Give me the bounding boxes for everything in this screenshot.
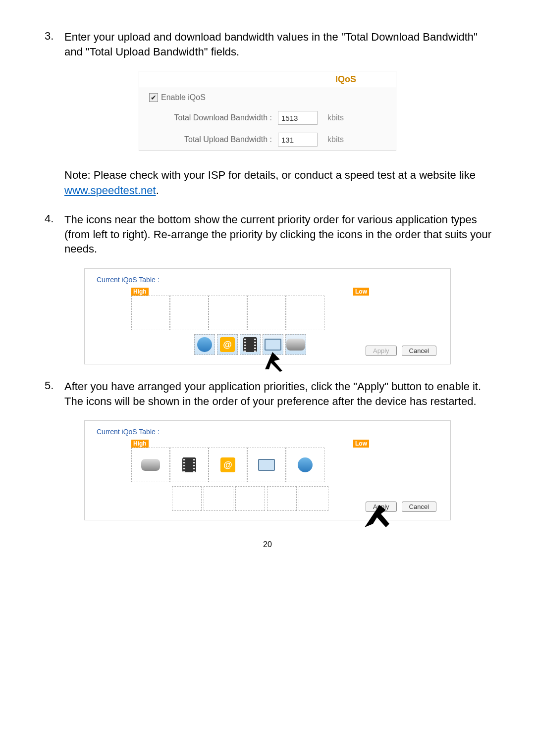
priority-slot[interactable] <box>131 448 170 482</box>
cancel-button[interactable]: Cancel <box>402 502 436 512</box>
step-text: Enter your upload and download bandwidth… <box>64 30 495 59</box>
svg-marker-0 <box>265 352 282 372</box>
page-number: 20 <box>40 540 495 549</box>
enable-iqos-row[interactable]: ✔ Enable iQoS <box>139 88 396 107</box>
table-label: Current iQoS Table : <box>97 276 416 284</box>
step-3: 3. Enter your upload and download bandwi… <box>40 30 495 59</box>
priority-slot[interactable]: @ <box>209 448 247 482</box>
step-text: After you have arranged your application… <box>64 379 495 408</box>
game-icon <box>141 459 160 471</box>
iqos-title: iQoS <box>335 74 356 85</box>
icon-tray-empty <box>131 486 369 511</box>
priority-slot[interactable] <box>286 448 324 482</box>
priority-row: High Low @ <box>131 440 369 511</box>
globe-icon <box>298 457 313 472</box>
low-label: Low <box>353 440 369 448</box>
arrow-icon <box>260 347 285 372</box>
iqos-header: iQoS <box>139 71 396 88</box>
download-bandwidth-row: Total Download Bandwidth : kbits <box>139 107 396 129</box>
step-number: 4. <box>40 212 64 256</box>
iqos-figure: iQoS ✔ Enable iQoS Total Download Bandwi… <box>40 71 495 151</box>
upload-input[interactable] <box>278 133 318 147</box>
at-icon[interactable]: @ <box>217 334 238 355</box>
priority-slots-filled: @ <box>131 448 369 482</box>
upload-label: Total Upload Bandwidth : <box>149 135 278 144</box>
iqos-panel: iQoS ✔ Enable iQoS Total Download Bandwi… <box>139 71 396 151</box>
note-prefix: Note: Please check with your ISP for det… <box>64 169 476 181</box>
priority-row: High Low @ <box>131 288 369 355</box>
step-number: 5. <box>40 379 64 408</box>
note-paragraph: Note: Please check with your ISP for det… <box>64 168 495 199</box>
enable-iqos-checkbox[interactable]: ✔ <box>149 93 158 102</box>
priority-slot[interactable] <box>131 296 170 330</box>
step-number: 3. <box>40 30 64 59</box>
step-5: 5. After you have arranged your applicat… <box>40 379 495 408</box>
download-unit: kbits <box>327 113 344 122</box>
note-suffix: . <box>156 184 159 197</box>
priority-slot[interactable] <box>170 448 209 482</box>
iqos-table-after: Current iQoS Table : High Low @ Apply Ca… <box>84 420 451 520</box>
empty-slot[interactable] <box>299 486 328 511</box>
globe-icon[interactable] <box>194 334 215 355</box>
at-icon: @ <box>220 457 235 472</box>
priority-labels: High Low <box>131 440 369 448</box>
empty-slot[interactable] <box>172 486 202 511</box>
film-icon[interactable] <box>240 334 261 355</box>
high-label: High <box>131 288 149 296</box>
download-label: Total Download Bandwidth : <box>149 113 278 122</box>
step-4: 4. The icons near the bottom show the cu… <box>40 212 495 256</box>
upload-bandwidth-row: Total Upload Bandwidth : kbits <box>139 129 396 151</box>
priority-slots <box>131 296 369 330</box>
priority-labels: High Low <box>131 288 369 296</box>
priority-slot[interactable] <box>286 296 324 330</box>
apply-button[interactable]: Apply <box>366 346 397 356</box>
low-label: Low <box>353 288 369 296</box>
speedtest-link[interactable]: www.speedtest.net <box>64 184 156 197</box>
button-row: Apply Cancel <box>366 346 436 356</box>
table-label: Current iQoS Table : <box>97 428 416 436</box>
icon-tray: @ <box>131 334 369 355</box>
empty-slot[interactable] <box>204 486 233 511</box>
upload-unit: kbits <box>327 135 344 144</box>
priority-slot[interactable] <box>170 296 209 330</box>
pc-icon <box>258 459 275 471</box>
priority-slot[interactable] <box>247 296 286 330</box>
priority-slot[interactable] <box>247 448 286 482</box>
cancel-button[interactable]: Cancel <box>402 346 436 356</box>
step-text: The icons near the bottom show the curre… <box>64 212 495 256</box>
svg-marker-1 <box>365 505 389 527</box>
arrow-icon <box>362 500 392 530</box>
empty-slot[interactable] <box>267 486 297 511</box>
iqos-table-before: Current iQoS Table : High Low @ Apply Ca… <box>84 268 451 364</box>
film-icon <box>182 457 196 472</box>
enable-iqos-label: Enable iQoS <box>161 93 206 102</box>
high-label: High <box>131 440 149 448</box>
empty-slot[interactable] <box>235 486 265 511</box>
priority-slot[interactable] <box>209 296 247 330</box>
download-input[interactable] <box>278 111 318 125</box>
game-icon[interactable] <box>285 334 306 355</box>
